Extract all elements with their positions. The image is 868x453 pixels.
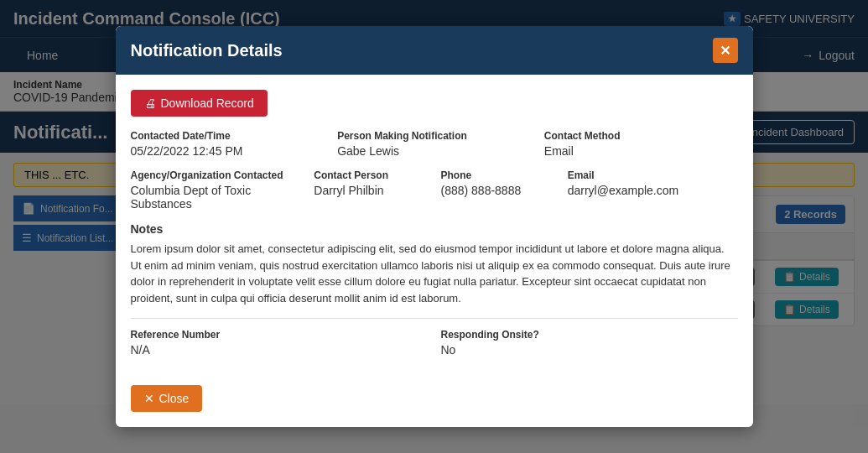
notification-details-modal: Notification Details ✕ 🖨 Download Record… xyxy=(116,26,753,404)
responding-onsite-label: Responding Onsite? xyxy=(441,329,738,341)
reference-number-label: Reference Number xyxy=(131,329,428,341)
contact-method-field: Contact Method Email xyxy=(544,130,738,158)
notes-section: Notes Lorem ipsum dolor sit amet, consec… xyxy=(131,222,738,306)
person-making-field: Person Making Notification Gabe Lewis xyxy=(337,130,531,158)
modal-body: 🖨 Download Record Contacted Date/Time 05… xyxy=(116,75,753,385)
contact-person-label: Contact Person xyxy=(314,169,427,181)
person-making-label: Person Making Notification xyxy=(337,130,531,142)
modal-header: Notification Details ✕ xyxy=(116,26,753,75)
modal-title: Notification Details xyxy=(131,41,283,60)
modal-fields-bottom: Reference Number N/A Responding Onsite? … xyxy=(131,329,738,357)
contact-person-value: Darryl Philbin xyxy=(314,184,427,197)
close-icon: ✕ xyxy=(720,43,730,59)
reference-number-value: N/A xyxy=(131,343,428,357)
modal-overlay[interactable]: Notification Details ✕ 🖨 Download Record… xyxy=(0,0,868,404)
modal-divider xyxy=(131,318,738,319)
contacted-date-field: Contacted Date/Time 05/22/2022 12:45 PM xyxy=(131,130,325,158)
contact-person-field: Contact Person Darryl Philbin xyxy=(314,169,427,211)
contact-method-label: Contact Method xyxy=(544,130,738,142)
email-value: darryl@example.com xyxy=(568,184,738,197)
modal-close-btn[interactable]: ✕ Close xyxy=(131,385,203,404)
agency-field: Agency/Organization Contacted Columbia D… xyxy=(131,169,301,211)
notes-label: Notes xyxy=(131,222,738,236)
phone-field: Phone (888) 888-8888 xyxy=(440,169,554,211)
close-btn-icon: ✕ xyxy=(144,392,154,404)
contact-method-value: Email xyxy=(544,144,738,158)
contacted-date-label: Contacted Date/Time xyxy=(131,130,325,142)
close-btn-label: Close xyxy=(159,392,190,404)
contacted-date-value: 05/22/2022 12:45 PM xyxy=(131,144,325,158)
reference-number-field: Reference Number N/A xyxy=(131,329,428,357)
agency-label: Agency/Organization Contacted xyxy=(131,169,301,181)
modal-fields-row1: Contacted Date/Time 05/22/2022 12:45 PM … xyxy=(131,130,738,158)
email-field: Email darryl@example.com xyxy=(568,169,738,211)
phone-value: (888) 888-8888 xyxy=(440,184,554,197)
modal-footer: ✕ Close xyxy=(116,385,753,404)
download-record-button[interactable]: 🖨 Download Record xyxy=(131,90,268,117)
download-btn-label: Download Record xyxy=(161,96,254,110)
agency-value: Columbia Dept of Toxic Substances xyxy=(131,184,301,211)
person-making-value: Gabe Lewis xyxy=(337,144,531,158)
responding-onsite-field: Responding Onsite? No xyxy=(441,329,738,357)
email-label: Email xyxy=(568,169,738,181)
phone-label: Phone xyxy=(440,169,554,181)
modal-close-button[interactable]: ✕ xyxy=(713,38,738,63)
responding-onsite-value: No xyxy=(441,343,738,357)
printer-icon: 🖨 xyxy=(144,96,156,110)
modal-fields-row2: Agency/Organization Contacted Columbia D… xyxy=(131,169,738,211)
notes-text: Lorem ipsum dolor sit amet, consectetur … xyxy=(131,241,738,306)
